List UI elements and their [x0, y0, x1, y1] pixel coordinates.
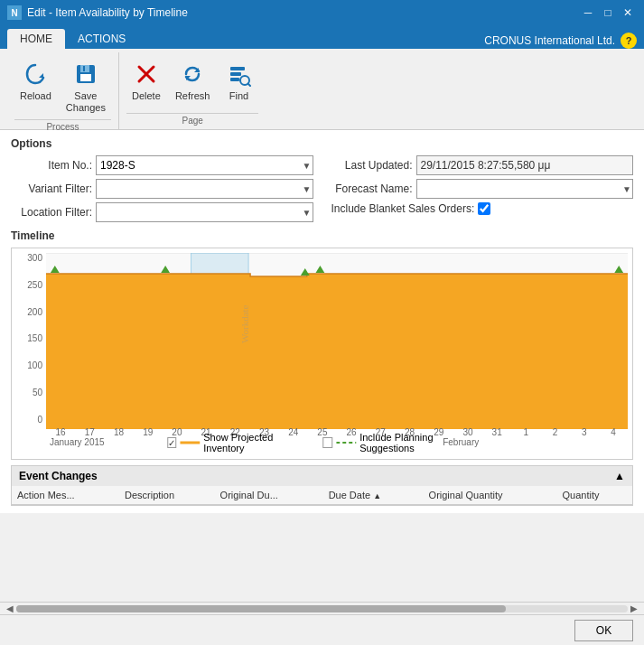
ok-button[interactable]: OK — [574, 620, 633, 641]
last-updated-row: Last Updated: 29/11/2015 8:27:55,580 μμ — [331, 155, 634, 175]
ribbon-bar: Reload SaveChanges Process — [0, 49, 644, 130]
legend-planning-label: Include Planning Suggestions — [359, 432, 477, 453]
timeline-title: Timeline — [11, 229, 633, 242]
svg-marker-26 — [46, 274, 628, 429]
forecast-name-select[interactable] — [416, 179, 634, 199]
close-button[interactable]: ✕ — [619, 4, 637, 22]
svg-marker-27 — [51, 266, 60, 273]
chart-container: 300 250 200 150 100 50 0 — [11, 248, 633, 460]
scroll-thumb[interactable] — [16, 605, 506, 612]
event-changes-header[interactable]: Event Changes ▲ — [12, 466, 632, 486]
svg-line-13 — [248, 84, 251, 87]
x-17: 17 — [75, 427, 104, 437]
chart-legend: ✓ Show Projected Inventory Include Plann… — [167, 432, 478, 453]
location-filter-wrapper: ▼ — [96, 202, 313, 222]
horizontal-scrollbar[interactable]: ◀ ▶ — [0, 602, 644, 614]
svg-rect-3 — [80, 74, 91, 81]
scroll-track[interactable] — [16, 605, 628, 612]
help-button[interactable]: ? — [621, 33, 637, 49]
location-filter-select[interactable] — [96, 202, 313, 222]
delete-label: Delete — [132, 90, 161, 102]
refresh-button[interactable]: Refresh — [170, 56, 216, 106]
svg-rect-10 — [230, 72, 241, 76]
y-50: 50 — [15, 388, 42, 397]
location-filter-label: Location Filter: — [11, 206, 92, 219]
options-section-title: Options — [11, 137, 633, 150]
legend-projected-checkbox[interactable]: ✓ — [167, 437, 177, 448]
x-16: 16 — [46, 427, 75, 437]
variant-filter-row: Variant Filter: ▼ — [11, 179, 313, 199]
forecast-name-label: Forecast Name: — [331, 182, 413, 195]
scroll-left-arrow[interactable]: ◀ — [4, 603, 16, 613]
svg-marker-31 — [614, 266, 623, 273]
col-action-message: Action Mes... — [12, 486, 119, 505]
svg-rect-11 — [230, 78, 239, 81]
x-4: 4 — [599, 427, 628, 437]
event-changes-table: Action Mes... Description Original Du...… — [12, 486, 632, 505]
x-18: 18 — [104, 427, 133, 437]
item-no-label: Item No.: — [11, 159, 92, 172]
main-content: Options Item No.: 1928-S ▼ Variant Filte… — [0, 130, 644, 513]
col-description: Description — [119, 486, 215, 505]
x-2: 2 — [540, 427, 569, 437]
include-blanket-row: Include Blanket Sales Orders: — [331, 202, 634, 215]
ribbon-tabs: HOME ACTIONS CRONUS International Ltd. ? — [0, 25, 644, 49]
y-200: 200 — [15, 307, 42, 317]
svg-marker-0 — [39, 73, 43, 78]
find-button[interactable]: Find — [219, 56, 258, 106]
col-due-date[interactable]: Due Date ▲ — [323, 486, 424, 505]
tab-actions[interactable]: ACTIONS — [65, 29, 138, 49]
minimize-button[interactable]: ─ — [579, 4, 597, 22]
item-no-row: Item No.: 1928-S ▼ — [11, 155, 313, 175]
col-original-quantity: Original Quantity — [424, 486, 557, 505]
y-100: 100 — [15, 360, 42, 370]
window-controls: ─ □ ✕ — [579, 4, 637, 22]
forecast-name-row: Forecast Name: ▼ — [331, 179, 634, 199]
x-19: 19 — [134, 427, 163, 437]
include-blanket-label: Include Blanket Sales Orders: — [331, 202, 475, 215]
y-axis: 300 250 200 150 100 50 0 — [12, 248, 46, 425]
app-icon: N — [7, 5, 22, 20]
y-300: 300 — [15, 253, 42, 263]
find-icon — [224, 60, 253, 89]
save-changes-button[interactable]: SaveChanges — [61, 56, 111, 117]
location-filter-row: Location Filter: ▼ — [11, 202, 313, 222]
y-150: 150 — [15, 333, 42, 343]
col-quantity: Quantity — [557, 486, 632, 505]
last-updated-value: 29/11/2015 8:27:55,580 μμ — [416, 155, 634, 175]
x-31: 31 — [482, 427, 511, 437]
title-bar: N Edit - Item Availability by Timeline ─… — [0, 0, 644, 25]
forecast-name-wrapper: ▼ — [416, 179, 634, 199]
maximize-button[interactable]: □ — [599, 4, 617, 22]
y-250: 250 — [15, 280, 42, 290]
legend-planning-checkbox[interactable] — [323, 437, 333, 448]
svg-rect-4 — [83, 66, 85, 71]
svg-marker-29 — [301, 268, 310, 276]
delete-button[interactable]: Delete — [126, 56, 166, 106]
y-0: 0 — [15, 415, 42, 425]
include-blanket-field — [478, 202, 490, 215]
reload-button[interactable]: Reload — [14, 56, 57, 106]
event-changes-collapse: ▲ — [614, 470, 625, 482]
event-changes: Event Changes ▲ Action Mes... Descriptio… — [11, 465, 633, 506]
window-title: Edit - Item Availability by Timeline — [27, 6, 188, 19]
refresh-label: Refresh — [175, 90, 210, 102]
options-grid: Item No.: 1928-S ▼ Variant Filter: ▼ Loc… — [11, 155, 633, 222]
tab-home[interactable]: HOME — [7, 29, 65, 49]
ribbon-group-page: Delete Refresh — [119, 52, 266, 129]
event-changes-title: Event Changes — [19, 470, 98, 482]
include-blanket-checkbox[interactable] — [478, 202, 490, 215]
ribbon-group-process: Reload SaveChanges Process — [7, 52, 119, 129]
svg-marker-30 — [316, 266, 325, 273]
item-no-select-wrapper: 1928-S ▼ — [96, 155, 313, 175]
variant-filter-select[interactable] — [96, 179, 313, 199]
item-no-select[interactable]: 1928-S — [96, 155, 313, 175]
svg-text:Workdate: Workdate — [239, 304, 250, 343]
scroll-right-arrow[interactable]: ▶ — [628, 603, 640, 613]
company-name: CRONUS International Ltd. — [484, 34, 615, 47]
legend-projected: ✓ Show Projected Inventory — [167, 432, 305, 453]
reload-label: Reload — [20, 90, 51, 102]
find-label: Find — [229, 90, 248, 102]
col-original-due: Original Du... — [215, 486, 323, 505]
legend-projected-label: Show Projected Inventory — [203, 432, 304, 453]
